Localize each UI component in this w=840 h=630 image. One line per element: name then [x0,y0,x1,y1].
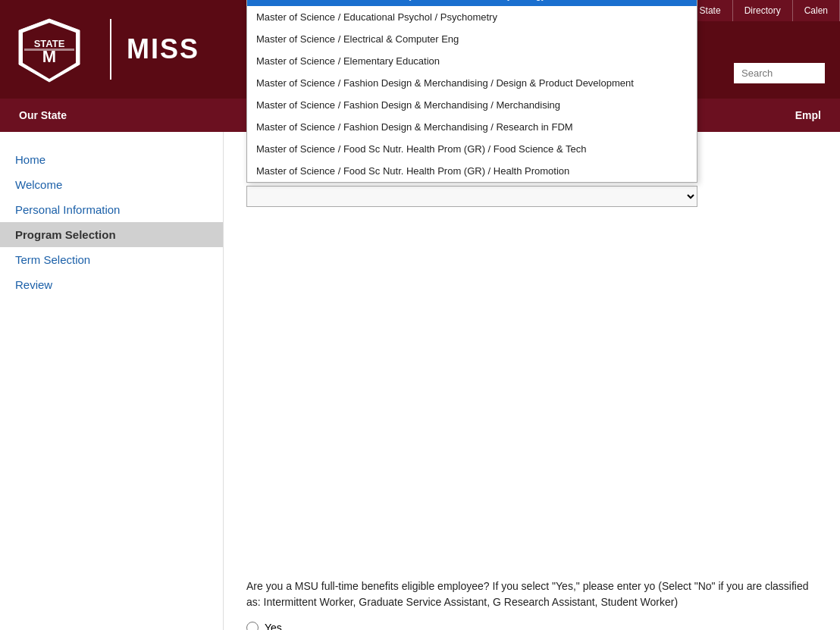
university-name: MISS [127,33,199,65]
list-item[interactable]: Master of Science / Educational Psychol … [247,6,697,28]
top-nav-calendar[interactable]: Calen [793,0,840,21]
program-select[interactable] [246,186,697,207]
program-listbox[interactable]: Master of Science / Counselor Education … [246,0,697,183]
list-item[interactable]: Master of Science / Fashion Design & Mer… [247,72,697,94]
main-nav-right: Empl [776,109,840,121]
sidebar-item-personal-information[interactable]: Personal Information [0,197,223,222]
listbox-scroll[interactable]: Master of Science / Counselor Education … [247,0,697,182]
sidebar: Home Welcome Personal Information Progra… [0,132,224,630]
list-item[interactable]: Master of Science / Food Sc Nutr. Health… [247,160,697,182]
employee-yes-option[interactable]: Yes [246,622,817,630]
list-item[interactable]: Master of Science / Food Sc Nutr. Health… [247,138,697,160]
search-input[interactable] [734,63,825,83]
employee-yes-radio[interactable] [246,622,259,630]
sidebar-item-term-selection[interactable]: Term Selection [0,247,223,272]
form-section: Are you a MSU full-time benefits eligibl… [246,571,817,630]
header-divider [110,19,111,80]
top-nav-directory[interactable]: Directory [733,0,793,21]
employee-radio-group: Yes No [246,622,817,630]
msu-logo-icon: STATE M [15,15,83,83]
list-item[interactable]: Master of Science / Fashion Design & Mer… [247,94,697,116]
program-dropdown-container: Master of Science / Counselor Education … [246,186,701,207]
list-item[interactable]: Master of Science / Elementary Education [247,50,697,72]
sidebar-item-review[interactable]: Review [0,272,223,297]
content-wrapper: Home Welcome Personal Information Progra… [0,132,840,630]
main-nav-empl[interactable]: Empl [776,109,840,121]
sidebar-item-welcome[interactable]: Welcome [0,172,223,197]
sidebar-item-program-selection[interactable]: Program Selection [0,222,223,247]
main-content: m Selection Master of Science / Counselo… [224,132,840,630]
main-nav-ourstate[interactable]: Our State [0,99,86,132]
svg-rect-4 [24,49,74,51]
list-item-selected[interactable]: Master of Science / Educational Psychol … [247,0,697,6]
logo-area: STATE M MISS [0,15,199,83]
list-item[interactable]: Master of Science / Electrical & Compute… [247,28,697,50]
sidebar-item-home[interactable]: Home [0,147,223,172]
list-item[interactable]: Master of Science / Fashion Design & Mer… [247,116,697,138]
employee-question: Are you a MSU full-time benefits eligibl… [246,578,817,610]
employee-yes-label: Yes [265,622,282,630]
